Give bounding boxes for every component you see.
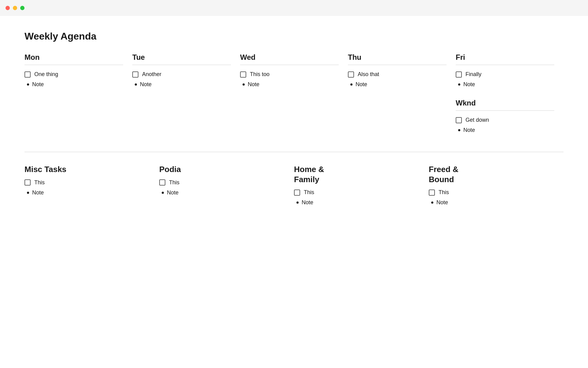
section-home-family: Home &Family This Note xyxy=(294,164,429,209)
checkbox-tue-1[interactable] xyxy=(132,71,138,78)
maximize-button[interactable] xyxy=(20,6,24,10)
day-divider-wknd xyxy=(456,110,554,111)
day-column-thu: Thu Also that Note xyxy=(348,53,456,136)
day-heading-mon: Mon xyxy=(24,53,123,62)
titlebar xyxy=(0,0,588,16)
minimize-button[interactable] xyxy=(13,6,17,10)
note-label-podia-1: Note xyxy=(167,190,179,196)
note-label-tue-1: Note xyxy=(140,81,152,88)
close-button[interactable] xyxy=(6,6,10,10)
section-heading-misc-tasks: Misc Tasks xyxy=(24,164,147,174)
section-freed-bound: Freed &Bound This Note xyxy=(429,164,564,209)
section-misc-tasks: Misc Tasks This Note xyxy=(24,164,159,209)
note-label-thu-1: Note xyxy=(356,81,367,88)
checkbox-misc-1[interactable] xyxy=(24,179,31,186)
task-item-fri-1: Finally xyxy=(456,71,554,78)
note-label-fri-1: Note xyxy=(463,81,475,88)
note-label-wed-1: Note xyxy=(248,81,259,88)
task-item-thu-1: Also that xyxy=(348,71,447,78)
day-column-tue: Tue Another Note xyxy=(132,53,240,136)
day-heading-wed: Wed xyxy=(240,53,339,62)
task-label-mon-1: One thing xyxy=(34,71,58,78)
bullet-dot-mon-1 xyxy=(27,83,29,86)
sub-heading-wknd: Wknd xyxy=(456,99,554,107)
checkbox-wed-1[interactable] xyxy=(240,71,246,78)
task-item-hf-1: This xyxy=(294,189,417,196)
bullet-dot-fri-1 xyxy=(458,83,460,86)
day-column-fri: Fri Finally Note Wknd Get down Note xyxy=(456,53,564,136)
day-heading-thu: Thu xyxy=(348,53,447,62)
bullet-dot-podia-1 xyxy=(162,192,164,194)
note-item-mon-1: Note xyxy=(24,81,123,88)
day-divider-thu xyxy=(348,65,447,65)
note-label-mon-1: Note xyxy=(32,81,44,88)
section-divider xyxy=(24,152,564,152)
checkbox-thu-1[interactable] xyxy=(348,71,354,78)
checkbox-fri-1[interactable] xyxy=(456,71,462,78)
page-title: Weekly Agenda xyxy=(24,31,564,42)
bottom-grid: Misc Tasks This Note Podia This Note xyxy=(24,164,564,209)
section-podia: Podia This Note xyxy=(159,164,294,209)
task-item-wknd-1: Get down xyxy=(456,117,554,123)
day-divider-wed xyxy=(240,65,339,65)
note-item-wed-1: Note xyxy=(240,81,339,88)
task-label-fb-1: This xyxy=(439,189,449,196)
task-item-podia-1: This xyxy=(159,179,282,186)
note-label-misc-1: Note xyxy=(32,190,44,196)
bullet-dot-wknd-1 xyxy=(458,129,460,131)
note-label-hf-1: Note xyxy=(302,199,313,206)
task-item-fb-1: This xyxy=(429,189,551,196)
task-label-podia-1: This xyxy=(169,179,179,186)
task-label-thu-1: Also that xyxy=(358,71,379,78)
checkbox-podia-1[interactable] xyxy=(159,179,165,186)
section-heading-freed-bound: Freed &Bound xyxy=(429,164,551,184)
note-label-fb-1: Note xyxy=(436,199,448,206)
task-item-tue-1: Another xyxy=(132,71,231,78)
day-divider-fri xyxy=(456,65,554,65)
note-item-misc-1: Note xyxy=(24,190,147,196)
note-item-fb-1: Note xyxy=(429,199,551,206)
checkbox-wknd-1[interactable] xyxy=(456,117,462,123)
task-label-fri-1: Finally xyxy=(466,71,481,78)
day-heading-fri: Fri xyxy=(456,53,554,62)
day-divider-mon xyxy=(24,65,123,65)
checkbox-hf-1[interactable] xyxy=(294,190,300,196)
note-item-podia-1: Note xyxy=(159,190,282,196)
day-heading-tue: Tue xyxy=(132,53,231,62)
note-label-wknd-1: Note xyxy=(463,127,475,133)
bullet-dot-tue-1 xyxy=(135,83,137,86)
task-item-wed-1: This too xyxy=(240,71,339,78)
note-item-tue-1: Note xyxy=(132,81,231,88)
task-label-tue-1: Another xyxy=(142,71,161,78)
task-label-hf-1: This xyxy=(304,189,314,196)
task-label-wknd-1: Get down xyxy=(466,117,489,123)
note-item-wknd-1: Note xyxy=(456,127,554,133)
task-label-misc-1: This xyxy=(34,179,45,186)
weekly-grid: Mon One thing Note Tue Another Note xyxy=(24,53,564,136)
bullet-dot-wed-1 xyxy=(243,83,245,86)
task-item-misc-1: This xyxy=(24,179,147,186)
checkbox-fb-1[interactable] xyxy=(429,190,435,196)
section-heading-home-family: Home &Family xyxy=(294,164,417,184)
section-heading-podia: Podia xyxy=(159,164,282,174)
note-item-thu-1: Note xyxy=(348,81,447,88)
day-column-wed: Wed This too Note xyxy=(240,53,348,136)
task-label-wed-1: This too xyxy=(250,71,270,78)
bullet-dot-fb-1 xyxy=(431,201,433,204)
checkbox-mon-1[interactable] xyxy=(24,71,31,78)
day-divider-tue xyxy=(132,65,231,65)
main-content: Weekly Agenda Mon One thing Note Tue Ano… xyxy=(0,16,588,227)
day-column-mon: Mon One thing Note xyxy=(24,53,132,136)
bullet-dot-hf-1 xyxy=(296,201,299,204)
note-item-hf-1: Note xyxy=(294,199,417,206)
note-item-fri-1: Note xyxy=(456,81,554,88)
bullet-dot-misc-1 xyxy=(27,192,29,194)
bullet-dot-thu-1 xyxy=(350,83,352,86)
task-item-mon-1: One thing xyxy=(24,71,123,78)
